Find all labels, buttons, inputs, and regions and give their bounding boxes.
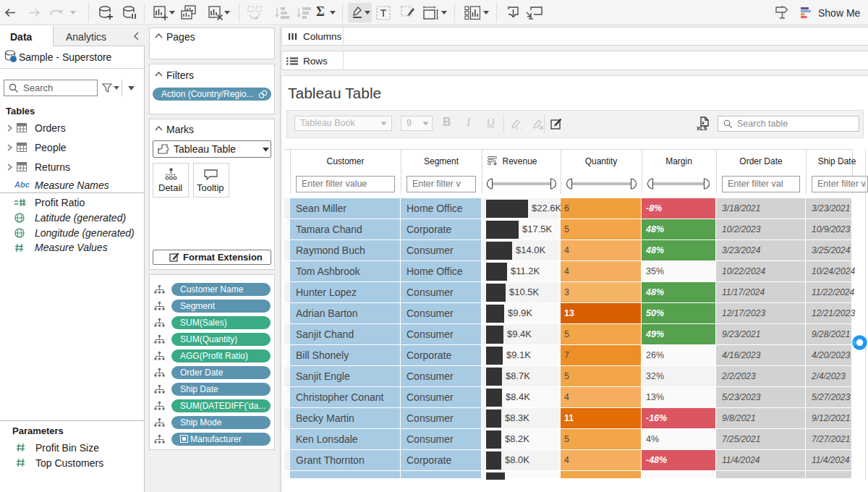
svg-text:XLS: XLS <box>697 125 707 131</box>
